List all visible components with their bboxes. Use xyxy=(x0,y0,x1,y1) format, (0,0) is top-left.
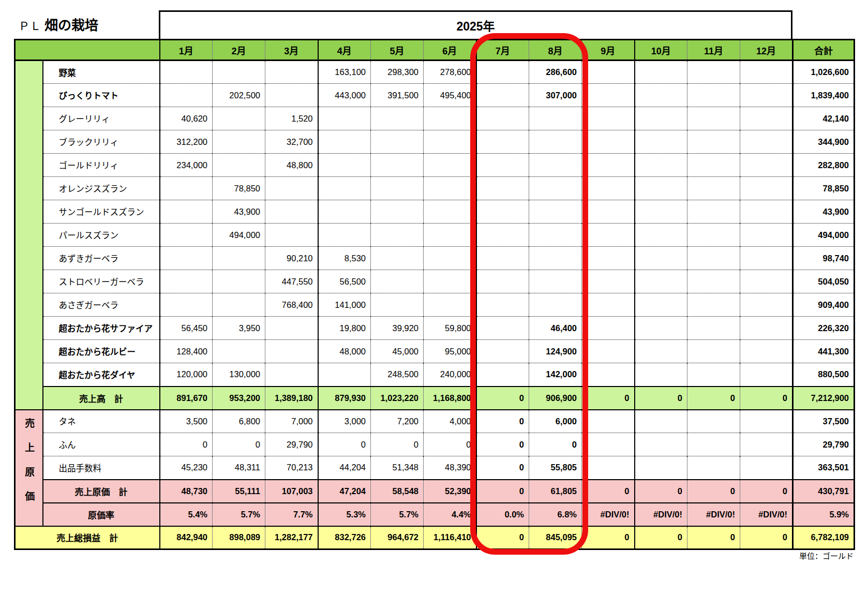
table-cell[interactable] xyxy=(635,317,687,340)
table-cell[interactable] xyxy=(371,107,424,130)
table-cell[interactable] xyxy=(160,293,213,317)
table-cell[interactable]: 0 xyxy=(160,433,213,456)
table-cell[interactable] xyxy=(687,177,740,200)
table-cell[interactable] xyxy=(582,270,635,293)
table-cell[interactable] xyxy=(213,270,265,293)
table-cell[interactable] xyxy=(318,107,371,130)
row-label[interactable]: サンゴールドスズラン xyxy=(43,200,160,224)
table-cell[interactable]: 1,023,220 xyxy=(371,387,424,410)
table-cell[interactable] xyxy=(687,84,740,107)
table-cell[interactable]: 6,782,109 xyxy=(793,526,855,549)
table-cell[interactable]: 55,805 xyxy=(529,456,582,480)
table-cell[interactable]: #DIV/0! xyxy=(740,503,793,526)
table-cell[interactable] xyxy=(582,154,635,177)
table-cell[interactable] xyxy=(687,154,740,177)
month-header-3[interactable]: 3月 xyxy=(265,40,318,61)
table-cell[interactable] xyxy=(529,177,582,200)
table-cell[interactable] xyxy=(160,270,213,293)
month-header-10[interactable]: 10月 xyxy=(635,40,687,61)
table-cell[interactable]: 307,000 xyxy=(529,84,582,107)
row-label[interactable]: パールスズラン xyxy=(43,224,160,247)
table-cell[interactable] xyxy=(265,317,318,340)
table-cell[interactable]: 495,400 xyxy=(424,84,476,107)
table-cell[interactable] xyxy=(476,363,529,387)
table-cell[interactable] xyxy=(476,61,529,84)
month-header-8[interactable]: 8月 xyxy=(529,40,582,61)
table-cell[interactable] xyxy=(476,247,529,270)
table-cell[interactable] xyxy=(476,107,529,130)
table-cell[interactable] xyxy=(635,340,687,363)
row-label[interactable]: 野菜 xyxy=(43,61,160,84)
table-cell[interactable] xyxy=(160,61,213,84)
table-cell[interactable]: 78,850 xyxy=(793,177,855,200)
table-cell[interactable]: 56,450 xyxy=(160,317,213,340)
table-cell[interactable] xyxy=(476,200,529,224)
table-cell[interactable]: 128,400 xyxy=(160,340,213,363)
table-cell[interactable] xyxy=(318,224,371,247)
table-cell[interactable] xyxy=(265,200,318,224)
table-cell[interactable] xyxy=(160,200,213,224)
table-cell[interactable] xyxy=(635,433,687,456)
table-cell[interactable]: 3,500 xyxy=(160,410,213,433)
table-cell[interactable] xyxy=(635,293,687,317)
table-cell[interactable] xyxy=(740,224,793,247)
row-label[interactable]: ゴールドリリィ xyxy=(43,154,160,177)
table-cell[interactable]: 1,839,400 xyxy=(793,84,855,107)
table-cell[interactable] xyxy=(476,177,529,200)
table-cell[interactable]: 0 xyxy=(687,526,740,549)
table-cell[interactable] xyxy=(265,61,318,84)
row-label[interactable]: あずきガーベラ xyxy=(43,247,160,270)
table-cell[interactable] xyxy=(476,317,529,340)
month-header-7[interactable]: 7月 xyxy=(476,40,529,61)
row-label[interactable]: 売上原価 計 xyxy=(43,480,160,503)
table-cell[interactable]: 55,111 xyxy=(213,480,265,503)
row-label[interactable]: 売上高 計 xyxy=(43,387,160,410)
table-cell[interactable] xyxy=(265,177,318,200)
row-label[interactable]: 売上総損益 計 xyxy=(15,526,160,549)
table-cell[interactable] xyxy=(371,270,424,293)
table-cell[interactable] xyxy=(371,177,424,200)
table-cell[interactable] xyxy=(213,61,265,84)
table-cell[interactable] xyxy=(740,200,793,224)
row-label[interactable]: ストロベリーガーベラ xyxy=(43,270,160,293)
table-cell[interactable]: 391,500 xyxy=(371,84,424,107)
table-cell[interactable]: 6,000 xyxy=(529,410,582,433)
table-cell[interactable]: 29,790 xyxy=(793,433,855,456)
table-cell[interactable]: #DIV/0! xyxy=(582,503,635,526)
table-cell[interactable]: #DIV/0! xyxy=(635,503,687,526)
table-cell[interactable] xyxy=(213,130,265,154)
table-cell[interactable]: 0 xyxy=(213,433,265,456)
table-cell[interactable] xyxy=(740,154,793,177)
table-cell[interactable] xyxy=(424,154,476,177)
table-cell[interactable]: 441,300 xyxy=(793,340,855,363)
table-cell[interactable] xyxy=(582,61,635,84)
table-cell[interactable] xyxy=(740,107,793,130)
table-cell[interactable] xyxy=(318,154,371,177)
table-cell[interactable]: 312,200 xyxy=(160,130,213,154)
month-header-1[interactable]: 1月 xyxy=(160,40,213,61)
table-cell[interactable] xyxy=(635,363,687,387)
table-cell[interactable]: 7,200 xyxy=(371,410,424,433)
table-cell[interactable] xyxy=(635,61,687,84)
table-cell[interactable] xyxy=(687,433,740,456)
table-cell[interactable] xyxy=(213,293,265,317)
table-cell[interactable] xyxy=(160,177,213,200)
table-cell[interactable] xyxy=(160,247,213,270)
table-cell[interactable] xyxy=(635,84,687,107)
table-cell[interactable] xyxy=(582,224,635,247)
table-cell[interactable] xyxy=(687,340,740,363)
table-cell[interactable]: 5.3% xyxy=(318,503,371,526)
table-cell[interactable]: 59,800 xyxy=(424,317,476,340)
table-cell[interactable] xyxy=(424,224,476,247)
table-cell[interactable]: 226,320 xyxy=(793,317,855,340)
table-cell[interactable]: 282,800 xyxy=(793,154,855,177)
row-label[interactable]: 出品手数料 xyxy=(43,456,160,480)
table-cell[interactable] xyxy=(740,247,793,270)
row-label[interactable]: ブラックリリィ xyxy=(43,130,160,154)
table-cell[interactable]: 5.7% xyxy=(213,503,265,526)
table-cell[interactable]: 47,204 xyxy=(318,480,371,503)
table-cell[interactable]: 0 xyxy=(687,387,740,410)
table-cell[interactable] xyxy=(424,130,476,154)
table-cell[interactable] xyxy=(687,456,740,480)
table-cell[interactable]: 240,000 xyxy=(424,363,476,387)
